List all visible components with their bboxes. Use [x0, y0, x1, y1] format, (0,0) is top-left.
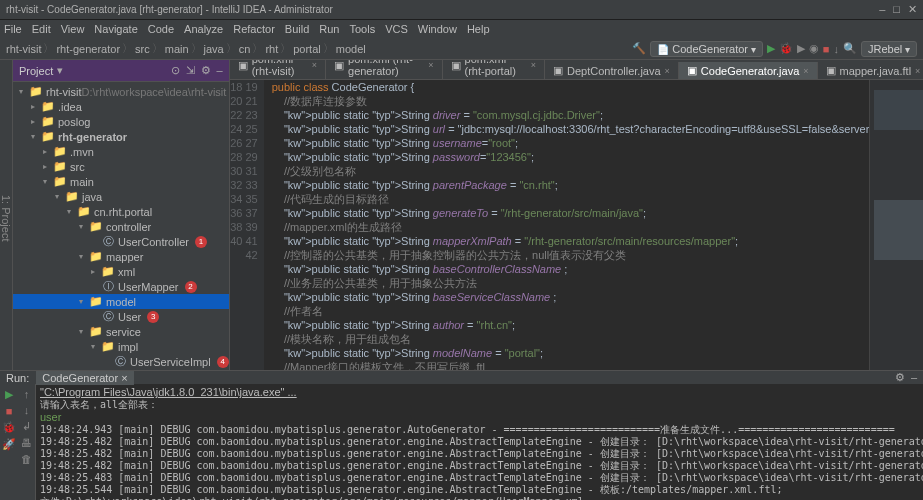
run-icon[interactable]: ▶ — [767, 42, 775, 55]
breadcrumb-item[interactable]: cn — [239, 43, 251, 55]
window-controls: – □ ✕ — [879, 3, 917, 16]
up-icon[interactable]: ↑ — [24, 388, 30, 400]
stop-icon[interactable]: ■ — [6, 405, 13, 417]
search-icon[interactable]: 🔍 — [843, 42, 857, 55]
stop-icon[interactable]: ■ — [823, 43, 830, 55]
editor-tab[interactable]: ▣pom.xml (rht-generator)× — [326, 60, 443, 79]
tree-row[interactable]: ⒸUserController1 — [13, 234, 229, 249]
tree-row[interactable]: ▾📁rht-generator — [13, 129, 229, 144]
close-tab-icon[interactable]: × — [915, 66, 920, 76]
tree-row[interactable]: ▸📁xml — [13, 264, 229, 279]
editor-tab[interactable]: ▣pom.xml (rht-visit)× — [230, 60, 326, 79]
close-icon[interactable]: ✕ — [908, 3, 917, 16]
breadcrumb-item[interactable]: main — [165, 43, 189, 55]
tree-row[interactable]: ▸📁.idea — [13, 99, 229, 114]
coverage-icon[interactable]: ▶ — [797, 42, 805, 55]
trash-icon[interactable]: 🗑 — [21, 453, 32, 465]
tree-row[interactable]: ▸📁poslog — [13, 114, 229, 129]
print-icon[interactable]: 🖶 — [21, 437, 32, 449]
menu-window[interactable]: Window — [418, 23, 457, 35]
breadcrumb-item[interactable]: src — [135, 43, 150, 55]
code-editor[interactable]: 18 19 20 21 22 23 24 25 26 27 28 29 30 3… — [230, 80, 923, 370]
down-icon[interactable]: ↓ — [24, 404, 30, 416]
menu-code[interactable]: Code — [148, 23, 174, 35]
tree-row[interactable]: ⒸUser3 — [13, 309, 229, 324]
tree-row[interactable]: ▾📁cn.rht.portal — [13, 204, 229, 219]
hide-icon[interactable]: – — [911, 371, 917, 384]
run-config-selector[interactable]: 📄 CodeGenerator ▾ — [650, 41, 762, 57]
tree-row[interactable]: ▾📁main — [13, 174, 229, 189]
close-tab-icon[interactable]: × — [312, 60, 317, 70]
tree-row[interactable]: ▾📁java — [13, 189, 229, 204]
jrebel-selector[interactable]: JRebel ▾ — [861, 41, 917, 57]
breadcrumb-item[interactable]: java — [204, 43, 224, 55]
tree-row[interactable]: ▾📁rht-visit D:\rht\workspace\idea\rht-vi… — [13, 84, 229, 99]
project-tool-button[interactable]: 1: Project — [0, 195, 12, 241]
close-tab-icon[interactable]: × — [803, 66, 808, 76]
vcs-icon[interactable]: ↓ — [833, 43, 839, 55]
tree-row[interactable]: ⒾUserMapper2 — [13, 279, 229, 294]
code-lines[interactable]: public class CodeGenerator { //数据库连接参数 "… — [264, 80, 870, 370]
menu-run[interactable]: Run — [319, 23, 339, 35]
editor-tab[interactable]: ▣DeptController.java× — [545, 62, 679, 79]
menu-build[interactable]: Build — [285, 23, 309, 35]
editor-tab[interactable]: ▣pom.xml (rht-portal)× — [443, 60, 545, 79]
project-panel-header: Project ▾ ⊙ ⇲ ⚙ – — [13, 60, 229, 82]
breadcrumb-item[interactable]: rht-generator — [56, 43, 120, 55]
breadcrumb-item[interactable]: portal — [293, 43, 321, 55]
tree-row[interactable]: ▾📁impl — [13, 339, 229, 354]
rocket-icon[interactable]: 🚀 — [2, 438, 16, 451]
menu-help[interactable]: Help — [467, 23, 490, 35]
window-title: rht-visit - CodeGenerator.java [rht-gene… — [6, 4, 333, 15]
run-panel-tab[interactable]: CodeGenerator × — [36, 371, 133, 385]
menu-refactor[interactable]: Refactor — [233, 23, 275, 35]
chevron-down-icon[interactable]: ▾ — [57, 64, 63, 77]
close-tab-icon[interactable]: × — [665, 66, 670, 76]
console-output[interactable]: "C:\Program Files\Java\jdk1.8.0_231\bin\… — [36, 384, 923, 500]
tree-row[interactable]: ▾📁model — [13, 294, 229, 309]
project-tree[interactable]: ▾📁rht-visit D:\rht\workspace\idea\rht-vi… — [13, 82, 229, 370]
gear-icon[interactable]: ⚙ — [895, 371, 905, 384]
breadcrumb-item[interactable]: rht — [265, 43, 278, 55]
close-tab-icon[interactable]: × — [428, 60, 433, 70]
left-tool-strip[interactable]: 1: Project — [0, 60, 13, 370]
menu-file[interactable]: File — [4, 23, 22, 35]
debug-icon[interactable]: 🐞 — [2, 421, 16, 434]
close-tab-icon[interactable]: × — [531, 60, 536, 70]
tree-row[interactable]: ⒸUserServiceImpl4 — [13, 354, 229, 369]
debug-icon[interactable]: 🐞 — [779, 42, 793, 55]
navigation-bar: rht-visit〉rht-generator〉src〉main〉java〉cn… — [0, 38, 923, 60]
menu-navigate[interactable]: Navigate — [94, 23, 137, 35]
run-left-toolstrip: ▶ ■ 🐞 🚀 — [0, 384, 18, 500]
run-panel: Run: CodeGenerator × ⚙ – ▶ ■ 🐞 🚀 ↑ ↓ ↲ 🖶… — [0, 370, 923, 500]
wrap-icon[interactable]: ↲ — [22, 420, 31, 433]
titlebar: rht-visit - CodeGenerator.java [rht-gene… — [0, 0, 923, 20]
hammer-icon[interactable]: 🔨 — [632, 42, 646, 55]
menu-view[interactable]: View — [61, 23, 85, 35]
editor-tab[interactable]: ▣mapper.java.ftl× — [818, 62, 923, 79]
menu-analyze[interactable]: Analyze — [184, 23, 223, 35]
editor-area: ▣pom.xml (rht-visit)×▣pom.xml (rht-gener… — [230, 60, 923, 370]
tree-row[interactable]: ▸📁src — [13, 159, 229, 174]
breadcrumb[interactable]: rht-visit〉rht-generator〉src〉main〉java〉cn… — [6, 41, 628, 56]
tree-row[interactable]: ⒾIUserService5 — [13, 369, 229, 370]
expand-all-icon[interactable]: ⇲ — [186, 64, 195, 77]
tree-row[interactable]: ▸📁.mvn — [13, 144, 229, 159]
menu-vcs[interactable]: VCS — [385, 23, 408, 35]
scrollbar-minimap[interactable] — [869, 80, 923, 370]
tree-row[interactable]: ▾📁controller — [13, 219, 229, 234]
breadcrumb-item[interactable]: rht-visit — [6, 43, 41, 55]
breadcrumb-item[interactable]: model — [336, 43, 366, 55]
editor-tab[interactable]: ▣CodeGenerator.java× — [679, 62, 818, 79]
menu-tools[interactable]: Tools — [349, 23, 375, 35]
minimize-icon[interactable]: – — [879, 3, 885, 16]
hide-icon[interactable]: – — [217, 64, 223, 77]
tree-row[interactable]: ▾📁mapper — [13, 249, 229, 264]
maximize-icon[interactable]: □ — [893, 3, 900, 16]
rerun-icon[interactable]: ▶ — [5, 388, 13, 401]
tree-row[interactable]: ▾📁service — [13, 324, 229, 339]
menu-edit[interactable]: Edit — [32, 23, 51, 35]
select-opened-icon[interactable]: ⊙ — [171, 64, 180, 77]
profile-icon[interactable]: ◉ — [809, 42, 819, 55]
gear-icon[interactable]: ⚙ — [201, 64, 211, 77]
